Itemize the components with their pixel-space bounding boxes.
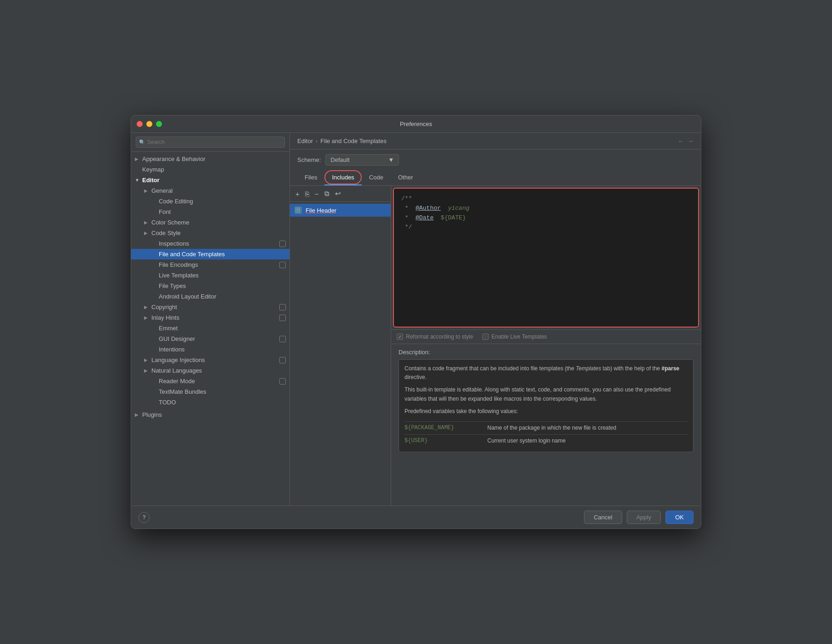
arrow-icon: ▶	[135, 412, 140, 417]
sidebar-item-language-injections[interactable]: ▶ Language Injections	[131, 355, 289, 365]
sidebar-item-label: Copyright	[151, 304, 177, 310]
move-template-button[interactable]: ⧉	[323, 189, 331, 199]
tab-includes-label: Includes	[332, 174, 354, 181]
help-button[interactable]: ?	[139, 512, 150, 523]
tabs-row: Files Includes Code Other	[290, 170, 701, 186]
sidebar-item-emmet[interactable]: Emmet	[131, 323, 289, 334]
arrow-icon: ▶	[144, 357, 150, 362]
maximize-button[interactable]	[156, 121, 162, 127]
desc-paragraph-3: Predefined variables take the following …	[404, 407, 688, 416]
arrow-icon	[151, 389, 157, 394]
grid-icon	[279, 304, 286, 310]
remove-template-button[interactable]: −	[313, 189, 321, 199]
list-item[interactable]: File Header	[290, 204, 391, 217]
sidebar-item-file-encodings[interactable]: File Encodings	[131, 259, 289, 270]
sidebar-item-todo[interactable]: TODO	[131, 397, 289, 408]
sidebar-item-color-scheme[interactable]: ▶ Color Scheme	[131, 217, 289, 228]
sidebar-item-label: Code Style	[151, 230, 181, 236]
arrow-icon: ▶	[144, 220, 150, 225]
sidebar-item-label: Editor	[142, 177, 160, 184]
grid-icon	[279, 357, 286, 363]
sidebar-item-live-templates[interactable]: Live Templates	[131, 270, 289, 281]
sidebar-item-appearance[interactable]: ▶ Appearance & Behavior	[131, 154, 289, 164]
breadcrumb: Editor › File and Code Templates ← →	[290, 133, 701, 150]
sidebar: 🔍 ▶ Appearance & Behavior Keymap ▼	[131, 133, 290, 506]
tab-other[interactable]: Other	[391, 170, 421, 185]
code-annotation-date: @Date	[416, 214, 433, 221]
live-templates-checkbox-label[interactable]: Enable Live Templates	[482, 334, 547, 340]
tab-code[interactable]: Code	[362, 170, 391, 185]
tab-includes[interactable]: Includes	[324, 170, 361, 185]
nav-forward-icon[interactable]: →	[688, 138, 693, 144]
title-bar: Preferences	[131, 115, 701, 133]
table-row: ${PACKAGE_NAME} Name of the package in w…	[404, 421, 688, 434]
sidebar-item-label: TextMate Bundles	[159, 388, 206, 395]
desc-text-1: Contains a code fragment that can be inc…	[404, 365, 576, 372]
live-templates-checkbox[interactable]	[482, 334, 489, 340]
arrow-icon	[151, 241, 157, 246]
sidebar-item-label: Intentions	[159, 346, 185, 353]
breadcrumb-separator: ›	[316, 138, 318, 144]
sidebar-item-keymap[interactable]: Keymap	[131, 164, 289, 175]
nav-back-icon[interactable]: ←	[678, 138, 684, 144]
sidebar-item-textmate-bundles[interactable]: TextMate Bundles	[131, 386, 289, 397]
code-line-3: * @Date ${DATE}	[401, 213, 691, 223]
search-input[interactable]	[136, 137, 285, 148]
sidebar-item-gui-designer[interactable]: GUI Designer	[131, 334, 289, 344]
close-button[interactable]	[137, 121, 143, 127]
sidebar-item-inlay-hints[interactable]: ▶ Inlay Hints	[131, 312, 289, 323]
var-key-user: ${USER}	[404, 437, 487, 445]
breadcrumb-section: File and Code Templates	[320, 138, 387, 144]
desc-bold-parse: #parse	[662, 365, 680, 372]
reset-template-button[interactable]: ↩	[333, 189, 343, 199]
sidebar-item-file-code-templates[interactable]: File and Code Templates	[131, 249, 289, 259]
code-annotation-author: @Author	[416, 205, 441, 212]
scheme-row: Scheme: Default ▼	[290, 150, 701, 170]
sidebar-item-label: Inspections	[159, 240, 189, 247]
desc-paragraph-1: Contains a code fragment that can be inc…	[404, 364, 688, 382]
reformat-label: Reformat according to style	[406, 334, 473, 340]
grid-icon	[279, 315, 286, 321]
tab-files[interactable]: Files	[297, 170, 324, 185]
sidebar-item-editor[interactable]: ▼ Editor	[131, 175, 289, 185]
code-editor[interactable]: /** * @Author yicang * @Date ${DATE}	[394, 189, 698, 327]
sidebar-item-general[interactable]: ▶ General	[131, 185, 289, 196]
arrow-icon	[151, 347, 157, 352]
sidebar-item-font[interactable]: Font	[131, 207, 289, 217]
sidebar-item-code-style[interactable]: ▶ Code Style	[131, 228, 289, 238]
desc-paragraph-2: This built-in template is editable. Alon…	[404, 385, 688, 403]
apply-button[interactable]: Apply	[627, 511, 661, 524]
arrow-icon	[151, 273, 157, 278]
copy-template-button[interactable]: ⎘	[303, 189, 311, 199]
sidebar-item-label: Keymap	[142, 166, 164, 173]
desc-italic-templates: Templates	[576, 365, 601, 372]
sidebar-item-label: File Types	[159, 282, 186, 289]
search-bar: 🔍	[131, 133, 289, 152]
sidebar-item-code-editing[interactable]: Code Editing	[131, 196, 289, 207]
arrow-icon	[151, 209, 157, 214]
options-row: ✓ Reformat according to style Enable Liv…	[391, 329, 701, 344]
sidebar-item-plugins[interactable]: ▶ Plugins	[131, 409, 289, 420]
code-editor-container: /** * @Author yicang * @Date ${DATE}	[393, 188, 699, 328]
sidebar-item-file-types[interactable]: File Types	[131, 281, 289, 291]
sidebar-item-reader-mode[interactable]: Reader Mode	[131, 376, 289, 386]
code-comment-close: */	[401, 224, 412, 230]
sidebar-item-inspections[interactable]: Inspections	[131, 238, 289, 249]
minimize-button[interactable]	[146, 121, 152, 127]
search-wrapper: 🔍	[136, 137, 285, 148]
preferences-window: Preferences 🔍 ▶ Appearance & Behavior	[131, 115, 701, 529]
reformat-checkbox[interactable]: ✓	[397, 334, 403, 340]
reformat-checkbox-label[interactable]: ✓ Reformat according to style	[397, 334, 473, 340]
sidebar-item-intentions[interactable]: Intentions	[131, 344, 289, 355]
code-asterisk: *	[401, 214, 412, 221]
code-comment-open: /**	[401, 195, 412, 202]
sidebar-item-copyright[interactable]: ▶ Copyright	[131, 302, 289, 312]
editor-panel: /** * @Author yicang * @Date ${DATE}	[391, 186, 701, 506]
add-template-button[interactable]: +	[294, 189, 301, 199]
scheme-dropdown[interactable]: Default ▼	[325, 154, 399, 166]
ok-button[interactable]: OK	[665, 511, 693, 524]
sidebar-item-natural-languages[interactable]: ▶ Natural Languages	[131, 365, 289, 376]
sidebar-item-android-layout-editor[interactable]: Android Layout Editor	[131, 291, 289, 302]
cancel-button[interactable]: Cancel	[584, 511, 622, 524]
action-buttons: Cancel Apply OK	[584, 511, 693, 524]
